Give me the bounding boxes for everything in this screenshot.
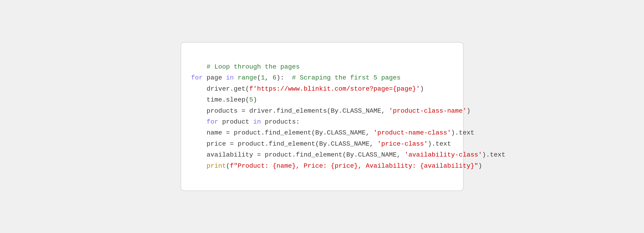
- line7: name = product.find_element(By.CLASS_NAM…: [191, 129, 474, 137]
- line9: availability = product.find_element(By.C…: [191, 151, 506, 159]
- line2: for page in range(1, 6): # Scraping the …: [191, 74, 401, 82]
- line3: driver.get(f'https://www.blinkit.com/sto…: [191, 85, 424, 93]
- code-block: # Loop through the pages for page in ran…: [191, 51, 453, 183]
- line5: products = driver.find_elements(By.CLASS…: [191, 107, 470, 115]
- code-container: # Loop through the pages for page in ran…: [181, 42, 464, 191]
- line10: print(f"Product: {name}, Price: {price},…: [191, 162, 482, 170]
- line8: price = product.find_element(By.CLASS_NA…: [191, 140, 451, 148]
- line6: for product in products:: [191, 118, 300, 126]
- line4: time.sleep(5): [191, 96, 257, 104]
- comment-line1: # Loop through the pages: [206, 63, 300, 71]
